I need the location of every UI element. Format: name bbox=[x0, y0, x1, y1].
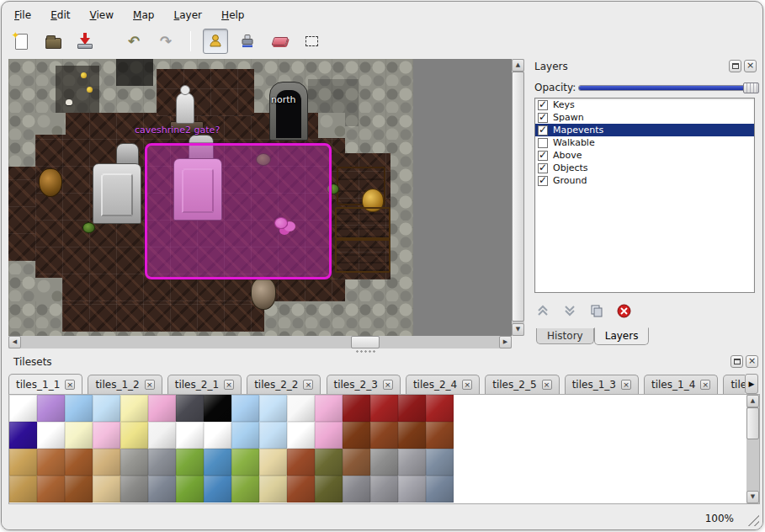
layer-visibility-checkbox[interactable] bbox=[538, 151, 548, 161]
tileset-tile[interactable] bbox=[148, 395, 176, 422]
tileset-tile[interactable] bbox=[315, 422, 343, 449]
tileset-tile[interactable] bbox=[370, 395, 398, 422]
layer-row-walkable[interactable]: Walkable bbox=[535, 136, 754, 149]
duplicate-layer-button[interactable] bbox=[588, 302, 605, 319]
tileset-tile[interactable] bbox=[120, 422, 148, 449]
tileset-tile[interactable] bbox=[120, 395, 148, 422]
tab-close-icon[interactable]: × bbox=[700, 380, 710, 390]
tileset-tile[interactable] bbox=[9, 476, 37, 503]
tileset-tile[interactable] bbox=[370, 449, 398, 476]
panel-float-button[interactable] bbox=[730, 355, 743, 368]
opacity-slider[interactable] bbox=[578, 85, 758, 91]
lower-layer-button[interactable] bbox=[561, 302, 578, 319]
layer-visibility-checkbox[interactable] bbox=[538, 113, 548, 123]
raise-layer-button[interactable] bbox=[534, 302, 551, 319]
tileset-tile[interactable] bbox=[398, 422, 426, 449]
layer-visibility-checkbox[interactable] bbox=[538, 176, 548, 186]
tileset-tile[interactable] bbox=[37, 395, 65, 422]
tileset-tile[interactable] bbox=[343, 449, 370, 476]
tileset-tile[interactable] bbox=[37, 449, 65, 476]
tab-close-icon[interactable]: × bbox=[303, 380, 313, 390]
tileset-tile[interactable] bbox=[231, 476, 259, 503]
scroll-left-icon[interactable]: ◀ bbox=[8, 336, 21, 348]
map-horizontal-scrollbar[interactable]: ◀ ▶ bbox=[8, 336, 512, 348]
scroll-up-icon[interactable]: ▲ bbox=[746, 395, 759, 407]
menu-map[interactable]: Map bbox=[125, 7, 162, 24]
tileset-tab[interactable]: tiles_1_2× bbox=[88, 375, 162, 394]
menu-layer[interactable]: Layer bbox=[167, 7, 210, 24]
tileset-tile[interactable] bbox=[65, 422, 93, 449]
tileset-tile[interactable] bbox=[370, 476, 398, 503]
panel-close-button[interactable]: × bbox=[744, 60, 757, 72]
menu-help[interactable]: Help bbox=[214, 7, 252, 24]
tileset-tile[interactable] bbox=[176, 422, 204, 449]
tileset-tile[interactable] bbox=[148, 476, 176, 503]
tileset-tile[interactable] bbox=[398, 449, 426, 476]
tileset-tile[interactable] bbox=[204, 449, 231, 476]
tab-history[interactable]: History bbox=[536, 328, 594, 344]
tileset-tile[interactable] bbox=[343, 395, 370, 422]
tileset-tile[interactable] bbox=[65, 395, 93, 422]
tileset-tile[interactable] bbox=[259, 395, 287, 422]
tileset-tile[interactable] bbox=[93, 422, 120, 449]
save-button[interactable] bbox=[72, 29, 98, 54]
tileset-tile[interactable] bbox=[231, 422, 259, 449]
stamp-tool-button[interactable] bbox=[203, 29, 228, 54]
tab-close-icon[interactable]: × bbox=[65, 380, 75, 390]
scroll-down-icon[interactable]: ▼ bbox=[746, 491, 759, 503]
tileset-tile[interactable] bbox=[315, 449, 343, 476]
tileset-tab[interactable]: tiles_1_3× bbox=[565, 375, 639, 394]
tileset-tile[interactable] bbox=[259, 476, 287, 503]
menu-view[interactable]: View bbox=[82, 7, 121, 24]
layer-row-ground[interactable]: Ground bbox=[535, 174, 754, 187]
tileset-tile[interactable] bbox=[231, 395, 259, 422]
tileset-tab[interactable]: tiles_1_4× bbox=[644, 375, 718, 394]
map-selection-rect[interactable] bbox=[145, 143, 332, 279]
tileset-tile[interactable] bbox=[176, 476, 204, 503]
scrollbar-thumb[interactable] bbox=[351, 336, 380, 348]
open-button[interactable] bbox=[40, 29, 66, 54]
tileset-tile[interactable] bbox=[37, 422, 65, 449]
tileset-tile[interactable] bbox=[9, 449, 37, 476]
tileset-tile[interactable] bbox=[398, 395, 426, 422]
delete-layer-button[interactable] bbox=[615, 302, 632, 319]
undo-button[interactable]: ↶ bbox=[121, 29, 146, 54]
tileset-tile[interactable] bbox=[176, 449, 204, 476]
tileset-tile[interactable] bbox=[120, 476, 148, 503]
panel-close-button[interactable]: × bbox=[746, 355, 758, 368]
layer-row-spawn[interactable]: Spawn bbox=[535, 111, 754, 124]
tileset-tab[interactable]: tiles_2_1× bbox=[167, 375, 242, 394]
splitter-handle[interactable] bbox=[8, 348, 760, 354]
scroll-up-icon[interactable]: ▲ bbox=[512, 59, 524, 72]
tileset-tile[interactable] bbox=[426, 395, 454, 422]
tileset-tile[interactable] bbox=[259, 449, 287, 476]
scroll-right-icon[interactable]: ▶ bbox=[499, 336, 512, 348]
scrollbar-thumb[interactable] bbox=[746, 407, 759, 439]
tileset-tile[interactable] bbox=[426, 422, 454, 449]
layer-row-keys[interactable]: Keys bbox=[535, 98, 754, 111]
scrollbar-thumb[interactable] bbox=[512, 72, 524, 322]
layer-visibility-checkbox[interactable] bbox=[538, 163, 548, 173]
resize-grip-icon[interactable] bbox=[747, 514, 759, 526]
tileset-tile[interactable] bbox=[343, 422, 370, 449]
select-tool-button[interactable] bbox=[299, 29, 324, 54]
tileset-tile[interactable] bbox=[204, 476, 231, 503]
tileset-tile[interactable] bbox=[65, 476, 93, 503]
redo-button[interactable]: ↷ bbox=[153, 29, 178, 54]
tab-close-icon[interactable]: × bbox=[621, 380, 631, 390]
eraser-tool-button[interactable] bbox=[267, 29, 292, 54]
menu-edit[interactable]: Edit bbox=[43, 7, 77, 24]
layer-visibility-checkbox[interactable] bbox=[538, 125, 548, 136]
tileset-tile[interactable] bbox=[315, 476, 343, 503]
tileset-tile[interactable] bbox=[231, 449, 259, 476]
tileset-tile[interactable] bbox=[370, 422, 398, 449]
tileset-tile[interactable] bbox=[398, 476, 426, 503]
tileset-tile[interactable] bbox=[148, 422, 176, 449]
tileset-tile[interactable] bbox=[287, 422, 315, 449]
tileset-vertical-scrollbar[interactable]: ▲ ▼ bbox=[746, 395, 759, 503]
tileset-tile[interactable] bbox=[176, 395, 204, 422]
map-canvas[interactable]: north caveshrine2 gate? bbox=[8, 59, 512, 336]
tileset-tile[interactable] bbox=[287, 476, 315, 503]
tileset-tile[interactable] bbox=[65, 449, 93, 476]
opacity-slider-handle[interactable] bbox=[743, 82, 759, 93]
